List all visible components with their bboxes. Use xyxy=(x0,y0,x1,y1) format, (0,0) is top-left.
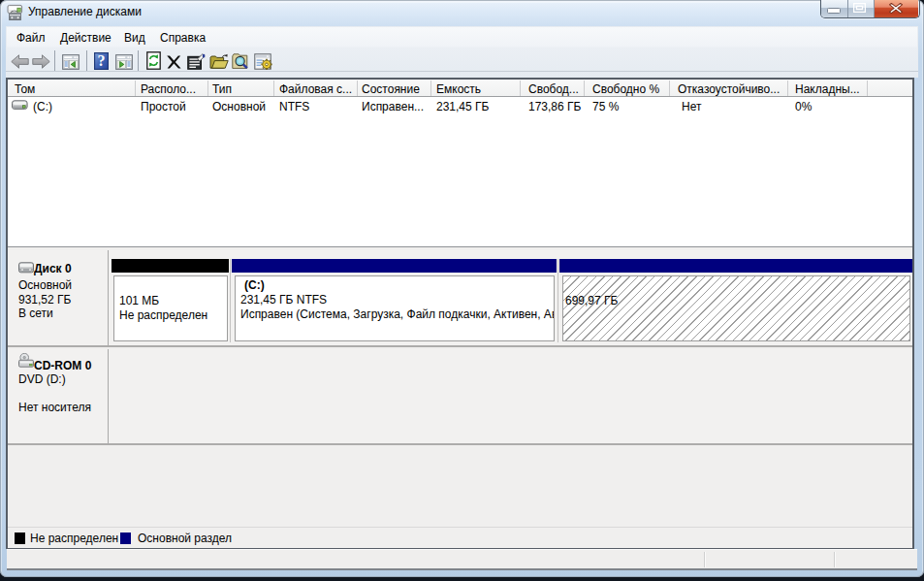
svg-text:?: ? xyxy=(98,52,106,69)
